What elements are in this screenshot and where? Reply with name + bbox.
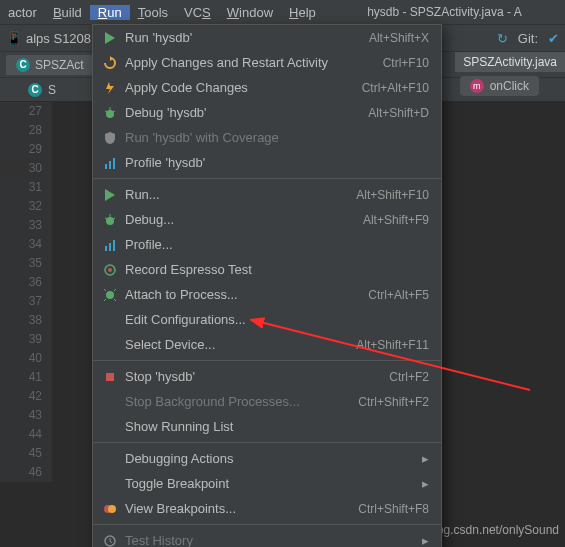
shortcut: Ctrl+F10 (383, 56, 429, 70)
svg-point-7 (106, 217, 114, 225)
bug-g-icon (101, 105, 119, 121)
shortcut: Alt+Shift+F9 (363, 213, 429, 227)
git-label: Git: (518, 31, 538, 46)
menu-item-test-history: Test History▸ (93, 528, 441, 547)
svg-rect-11 (105, 246, 107, 251)
gutter: 2728293031323334353637383940414243444546 (0, 102, 52, 482)
refresh-o-icon (101, 55, 119, 71)
menu-help[interactable]: Help (281, 5, 324, 20)
blank-icon (101, 419, 119, 435)
profile-icon (101, 237, 119, 253)
menu-tools[interactable]: Tools (130, 5, 176, 20)
attach-icon (101, 287, 119, 303)
method-pill[interactable]: m onClick (460, 76, 539, 96)
menu-item-view-breakpoints[interactable]: View Breakpoints...Ctrl+Shift+F8 (93, 496, 441, 521)
shortcut: Alt+Shift+F10 (356, 188, 429, 202)
menu-item-label: Apply Code Changes (125, 80, 362, 95)
shortcut: Ctrl+Shift+F8 (358, 502, 429, 516)
menu-item-debug-hysdb[interactable]: Debug 'hysdb'Alt+Shift+D (93, 100, 441, 125)
menu-item-label: Debug... (125, 212, 363, 227)
menu-item-label: Apply Changes and Restart Activity (125, 55, 383, 70)
menu-item-label: Debugging Actions (125, 451, 422, 466)
run-menu: Run 'hysdb'Alt+Shift+XApply Changes and … (92, 24, 442, 547)
pill-label: onClick (490, 79, 529, 93)
blank-icon (101, 394, 119, 410)
svg-point-15 (108, 268, 112, 272)
menu-item-edit-configurations[interactable]: Edit Configurations... (93, 307, 441, 332)
menu-item-show-running-list[interactable]: Show Running List (93, 414, 441, 439)
svg-rect-12 (109, 243, 111, 251)
svg-rect-4 (105, 164, 107, 169)
menu-item-label: Edit Configurations... (125, 312, 429, 327)
menu-item-toggle-breakpoint[interactable]: Toggle Breakpoint▸ (93, 471, 441, 496)
menu-item-label: Attach to Process... (125, 287, 368, 302)
menu-run[interactable]: Run (90, 5, 130, 20)
method-icon: m (470, 79, 484, 93)
tab-label: SPSZAct (35, 58, 84, 72)
menu-item-attach-to-process[interactable]: Attach to Process...Ctrl+Alt+F5 (93, 282, 441, 307)
menu-vcs[interactable]: VCS (176, 5, 219, 20)
menu-refactor[interactable]: actor (0, 5, 45, 20)
menu-item-stop-background-processes: Stop Background Processes...Ctrl+Shift+F… (93, 389, 441, 414)
menu-item-stop-hysdb[interactable]: Stop 'hysdb'Ctrl+F2 (93, 364, 441, 389)
clock-icon (101, 533, 119, 548)
menu-item-label: Run 'hysdb' (125, 30, 369, 45)
editor-tab[interactable]: C SPSZAct (6, 55, 94, 75)
menu-item-select-device[interactable]: Select Device...Alt+Shift+F11 (93, 332, 441, 357)
menu-item-label: Record Espresso Test (125, 262, 429, 277)
menu-item-label: Show Running List (125, 419, 429, 434)
menu-item-apply-code-changes[interactable]: Apply Code ChangesCtrl+Alt+F10 (93, 75, 441, 100)
commit-icon[interactable]: ✔ (548, 31, 559, 46)
menu-item-run-hysdb[interactable]: Run 'hysdb'Alt+Shift+X (93, 25, 441, 50)
menu-item-label: Profile 'hysdb' (125, 155, 429, 170)
update-icon[interactable]: ↻ (497, 31, 508, 46)
svg-rect-6 (113, 158, 115, 169)
menu-item-debug[interactable]: Debug...Alt+Shift+F9 (93, 207, 441, 232)
shortcut: Alt+Shift+X (369, 31, 429, 45)
record-icon (101, 262, 119, 278)
shortcut: Ctrl+Alt+F5 (368, 288, 429, 302)
blank-icon (101, 476, 119, 492)
bug-g-icon (101, 212, 119, 228)
menu-item-label: Run 'hysdb' with Coverage (125, 130, 429, 145)
menu-item-profile-hysdb[interactable]: Profile 'hysdb' (93, 150, 441, 175)
editor-tab-right[interactable]: SPSZActivity.java (455, 52, 565, 72)
run-config-dropdown[interactable]: 📱 alps S1208 ▾ (6, 31, 102, 46)
menu-item-label: Debug 'hysdb' (125, 105, 368, 120)
bp-icon (101, 501, 119, 517)
play-g-icon (101, 187, 119, 203)
menu-item-label: Stop 'hysdb' (125, 369, 389, 384)
svg-point-16 (106, 291, 114, 299)
menu-item-apply-changes-and-restart-activity[interactable]: Apply Changes and Restart ActivityCtrl+F… (93, 50, 441, 75)
menu-window[interactable]: Window (219, 5, 281, 20)
shortcut: Alt+Shift+D (368, 106, 429, 120)
blank-icon (101, 337, 119, 353)
menu-item-profile[interactable]: Profile... (93, 232, 441, 257)
menu-item-label: Profile... (125, 237, 429, 252)
shortcut: Ctrl+Alt+F10 (362, 81, 429, 95)
blank-icon (101, 312, 119, 328)
menu-item-label: Test History (125, 533, 422, 547)
menu-item-label: Stop Background Processes... (125, 394, 358, 409)
svg-line-2 (105, 111, 107, 112)
svg-point-0 (106, 110, 114, 118)
shield-icon (101, 130, 119, 146)
shortcut: Alt+Shift+F11 (356, 338, 429, 352)
menu-item-run[interactable]: Run...Alt+Shift+F10 (93, 182, 441, 207)
submenu-arrow-icon: ▸ (422, 476, 429, 491)
svg-line-3 (113, 111, 115, 112)
window-title: hysdb - SPSZActivity.java - A (324, 5, 565, 19)
stop-icon (101, 369, 119, 385)
blank-icon (101, 451, 119, 467)
menu-build[interactable]: Build (45, 5, 90, 20)
menu-item-record-espresso-test[interactable]: Record Espresso Test (93, 257, 441, 282)
config-label: alps S1208 (26, 31, 91, 46)
menu-item-label: Run... (125, 187, 356, 202)
menu-item-label: Select Device... (125, 337, 356, 352)
menu-item-debugging-actions[interactable]: Debugging Actions▸ (93, 446, 441, 471)
svg-line-9 (105, 218, 107, 219)
shortcut: Ctrl+F2 (389, 370, 429, 384)
menu-item-label: View Breakpoints... (125, 501, 358, 516)
submenu-arrow-icon: ▸ (422, 451, 429, 466)
svg-rect-5 (109, 161, 111, 169)
